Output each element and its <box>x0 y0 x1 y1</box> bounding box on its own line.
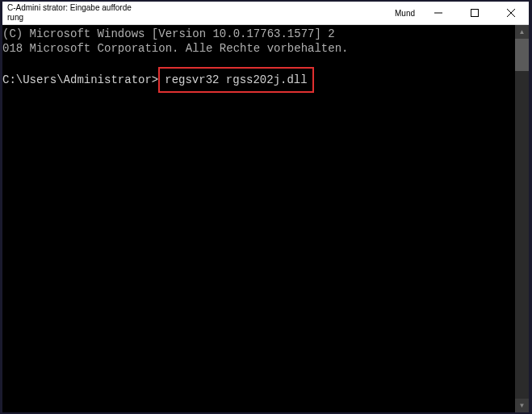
chevron-down-icon: ▼ <box>519 402 526 409</box>
chevron-up-icon: ▲ <box>519 28 526 36</box>
scroll-up-button[interactable]: ▲ <box>515 25 529 39</box>
maximize-icon <box>471 9 479 17</box>
console-area: (C) Microsoft Windows [Version 10.0.1776… <box>2 25 529 412</box>
scroll-thumb[interactable] <box>515 39 529 71</box>
tab-label: Mund <box>395 9 415 18</box>
prompt-prefix: C:\Users\Administrator> <box>2 73 158 87</box>
vertical-scrollbar[interactable]: ▲ ▼ <box>515 25 529 412</box>
close-icon <box>507 9 515 17</box>
console-output[interactable]: (C) Microsoft Windows [Version 10.0.1776… <box>2 25 515 412</box>
window-title: C-Admini strator: Eingabe aufforde rung <box>2 2 148 24</box>
console-line: (C) Microsoft Windows [Version 10.0.1776… <box>2 27 515 41</box>
console-line: 018 Microsoft Corporation. Alle Rechte v… <box>2 41 515 56</box>
minimize-button[interactable] <box>420 2 456 24</box>
command-highlight: regsvr32 rgss202j.dll <box>158 67 313 93</box>
maximize-button[interactable] <box>456 2 492 24</box>
titlebar[interactable]: C-Admini strator: Eingabe aufforde rung … <box>2 2 529 25</box>
svg-rect-1 <box>471 10 478 17</box>
close-button[interactable] <box>492 2 529 24</box>
prompt-line: C:\Users\Administrator>regsvr32 rgss202j… <box>2 67 515 93</box>
minimize-icon <box>434 9 442 17</box>
window-controls <box>420 2 529 24</box>
scroll-down-button[interactable]: ▼ <box>515 399 529 412</box>
command-prompt-window: C-Admini strator: Eingabe aufforde rung … <box>2 2 529 412</box>
